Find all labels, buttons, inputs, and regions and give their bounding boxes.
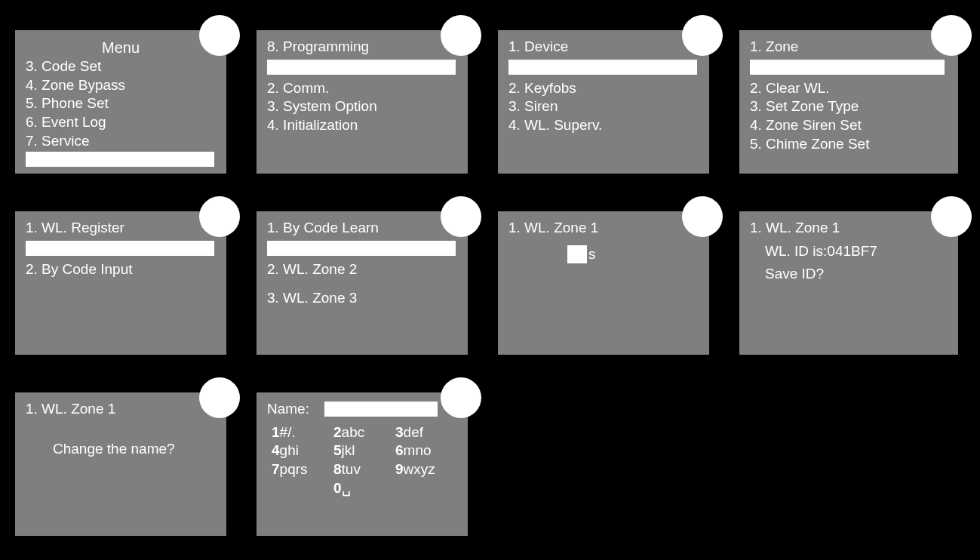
keypad-key-4[interactable]: 4ghi <box>272 442 333 460</box>
input-highlight[interactable] <box>26 152 214 167</box>
panel-programming: 8. Programming 2. Comm. 3. System Option… <box>257 30 468 174</box>
codelearn-item[interactable]: 2. WL. Zone 2 <box>267 260 457 279</box>
keypad-key-2[interactable]: 2abc <box>333 423 395 442</box>
panel-device: 1. Device 2. Keyfobs 3. Siren 4. WL. Sup… <box>498 30 709 174</box>
menu-item[interactable]: 4. Zone Bypass <box>26 76 216 95</box>
keypad-key-1[interactable]: 1#/. <box>272 423 333 442</box>
programming-item[interactable]: 2. Comm. <box>267 79 457 98</box>
panel-circle <box>199 15 240 56</box>
menu-item[interactable]: 6. Event Log <box>26 113 216 132</box>
panel-wlzone1-save: 1. WL. Zone 1 WL. ID is:041BF7 Save ID? <box>739 211 958 355</box>
register-title[interactable]: 1. WL. Register <box>26 219 216 238</box>
codelearn-title[interactable]: 1. By Code Learn <box>267 219 457 238</box>
name-label: Name: <box>267 400 309 419</box>
panel-register: 1. WL. Register 2. By Code Input <box>15 211 226 355</box>
programming-item[interactable]: 4. Initialization <box>267 116 457 135</box>
keypad-key-8[interactable]: 8tuv <box>333 460 395 479</box>
zone-title[interactable]: 1. Zone <box>750 38 948 57</box>
panel-circle <box>682 15 723 56</box>
keypad: 1#/.2abc3def4ghi5jkl6mno7pqrs8tuv9wxyz0␣ <box>272 423 457 498</box>
keypad-key-9[interactable]: 9wxyz <box>395 460 457 479</box>
panel-circle <box>441 377 481 418</box>
panel-menu: Menu 3. Code Set 4. Zone Bypass 5. Phone… <box>15 30 226 174</box>
device-title[interactable]: 1. Device <box>508 38 699 57</box>
wlzone1-title[interactable]: 1. WL. Zone 1 <box>508 219 699 238</box>
panel-zone: 1. Zone 2. Clear WL. 3. Set Zone Type 4.… <box>739 30 958 174</box>
wlzone1-title[interactable]: 1. WL. Zone 1 <box>26 400 216 419</box>
change-name-prompt: Change the name? <box>53 440 216 459</box>
panel-wlzone1-scan: 1. WL. Zone 1 s <box>498 211 709 355</box>
menu-item[interactable]: 3. Code Set <box>26 57 216 76</box>
keypad-key-0[interactable]: 0␣ <box>333 479 395 498</box>
panel-circle <box>682 196 723 237</box>
panel-circle <box>931 15 972 56</box>
panel-circle <box>199 196 240 237</box>
device-item[interactable]: 3. Siren <box>508 97 699 116</box>
input-highlight[interactable] <box>750 60 945 75</box>
keypad-key-3[interactable]: 3def <box>395 423 457 442</box>
panel-name-keypad: Name: 1#/.2abc3def4ghi5jkl6mno7pqrs8tuv9… <box>257 392 468 536</box>
panel-circle <box>931 196 972 237</box>
zone-item[interactable]: 3. Set Zone Type <box>750 97 948 116</box>
wlzone1-title[interactable]: 1. WL. Zone 1 <box>750 219 948 238</box>
device-item[interactable]: 4. WL. Superv. <box>508 116 699 135</box>
input-highlight[interactable] <box>267 241 456 256</box>
zone-item[interactable]: 2. Clear WL. <box>750 79 948 98</box>
wl-id-text: WL. ID is:041BF7 <box>765 242 948 261</box>
menu-title: Menu <box>26 38 216 57</box>
menu-item[interactable]: 5. Phone Set <box>26 94 216 113</box>
panel-wlzone1-rename: 1. WL. Zone 1 Change the name? <box>15 392 226 536</box>
register-item[interactable]: 2. By Code Input <box>26 260 216 279</box>
panel-circle <box>199 377 240 418</box>
panel-circle <box>441 196 481 237</box>
keypad-key-7[interactable]: 7pqrs <box>272 460 333 479</box>
keypad-key-6[interactable]: 6mno <box>395 442 457 460</box>
menu-item[interactable]: 7. Service <box>26 132 216 151</box>
input-box[interactable] <box>567 245 587 263</box>
programming-title[interactable]: 8. Programming <box>267 38 457 57</box>
panel-codelearn: 1. By Code Learn 2. WL. Zone 2 3. WL. Zo… <box>257 211 468 355</box>
input-highlight[interactable] <box>267 60 456 75</box>
zone-item[interactable]: 5. Chime Zone Set <box>750 135 948 154</box>
seconds-suffix: s <box>588 245 596 264</box>
input-highlight[interactable] <box>508 60 697 75</box>
zone-item[interactable]: 4. Zone Siren Set <box>750 116 948 135</box>
device-item[interactable]: 2. Keyfobs <box>508 79 699 98</box>
input-highlight[interactable] <box>26 241 214 256</box>
programming-item[interactable]: 3. System Option <box>267 97 457 116</box>
name-input[interactable] <box>324 402 438 417</box>
keypad-key-5[interactable]: 5jkl <box>333 442 395 460</box>
save-id-prompt: Save ID? <box>765 265 948 284</box>
panel-circle <box>441 15 481 56</box>
codelearn-item[interactable]: 3. WL. Zone 3 <box>267 289 457 308</box>
